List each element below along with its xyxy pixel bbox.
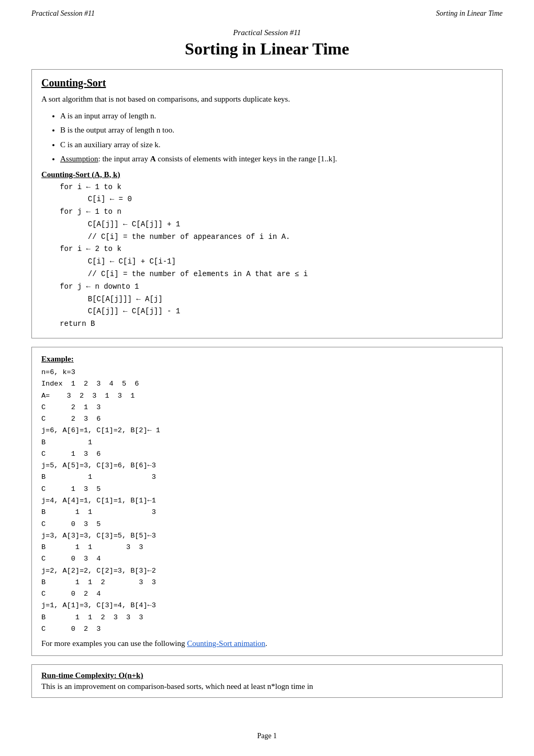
code-line-4: C[A[j]] ← C[A[j]] + 1	[57, 218, 493, 231]
example-footer-text: For more examples you can use the follow…	[41, 639, 187, 648]
code-line-10: B[C[A[j]]] ← A[j]	[57, 293, 493, 306]
code-line-11: C[A[j]] ← C[A[j]] - 1	[57, 305, 493, 318]
algo-heading: Counting-Sort (A, B, k)	[41, 170, 493, 179]
page-footer: Page 1	[0, 732, 534, 740]
bullet-list: A is an input array of length n. B is th…	[60, 109, 493, 166]
header-left: Practical Session #11	[31, 9, 95, 18]
code-line-9: for j ← n downto 1	[47, 281, 493, 293]
example-heading: Example:	[41, 355, 493, 364]
title-block: Practical Session #11 Sorting in Linear …	[31, 28, 503, 59]
code-line-6: for i ← 2 to k	[47, 243, 493, 256]
runtime-heading: Run-time Complexity: O(n+k)	[41, 671, 493, 680]
counting-sort-section: Counting-Sort A sort algorithm that is n…	[31, 69, 503, 338]
example-section: Example: n=6, k=3 Index 1 2 3 4 5 6 A= 3…	[31, 347, 503, 656]
page-content: Practical Session #11 Sorting in Linear …	[0, 23, 534, 727]
counting-sort-description: A sort algorithm that is not based on co…	[41, 93, 493, 105]
header-right: Sorting in Linear Time	[436, 9, 503, 18]
bullet-item-b: B is the output array of length n too.	[60, 124, 493, 137]
counting-sort-animation-link[interactable]: Counting-Sort animation	[187, 639, 265, 648]
example-label: Example	[41, 355, 71, 363]
code-line-7: C[i] ← C[i] + C[i-1]	[57, 256, 493, 268]
bullet-item-c: C is an auxiliary array of size k.	[60, 138, 493, 152]
bullet-item-assumption: Assumption: the input array A consists o…	[60, 152, 493, 166]
code-line-5: // C[i] = the number of appearances of i…	[57, 231, 493, 244]
bullet-item-a: A is an input array of length n.	[60, 109, 493, 123]
code-line-1: for i ← 1 to k	[47, 181, 493, 194]
counting-sort-heading: Counting-Sort	[41, 77, 493, 89]
runtime-heading-label: Run-time Complexity	[41, 671, 114, 680]
code-line-8: // C[i] = the number of elements in A th…	[57, 268, 493, 281]
page-title: Sorting in Linear Time	[31, 39, 503, 59]
runtime-description: This is an improvement on comparison-bas…	[41, 682, 493, 691]
title-subtitle: Practical Session #11	[31, 28, 503, 37]
example-data: n=6, k=3 Index 1 2 3 4 5 6 A= 3 2 3 1 3 …	[41, 367, 493, 635]
code-line-12: return B	[47, 318, 493, 331]
runtime-complexity: : O(n+k)	[114, 671, 143, 680]
code-line-3: for j ← 1 to n	[47, 206, 493, 218]
code-block: for i ← 1 to k C[i] ← = 0 for j ← 1 to n…	[47, 181, 493, 331]
example-footer: For more examples you can use the follow…	[41, 639, 493, 648]
runtime-section: Run-time Complexity: O(n+k) This is an i…	[31, 664, 503, 698]
code-line-2: C[i] ← = 0	[57, 193, 493, 206]
page-number: Page 1	[257, 732, 277, 740]
example-footer-end: .	[265, 639, 268, 648]
page-header: Practical Session #11 Sorting in Linear …	[0, 0, 534, 23]
assumption-label: Assumption	[60, 155, 98, 163]
array-a-label: A	[150, 155, 156, 163]
